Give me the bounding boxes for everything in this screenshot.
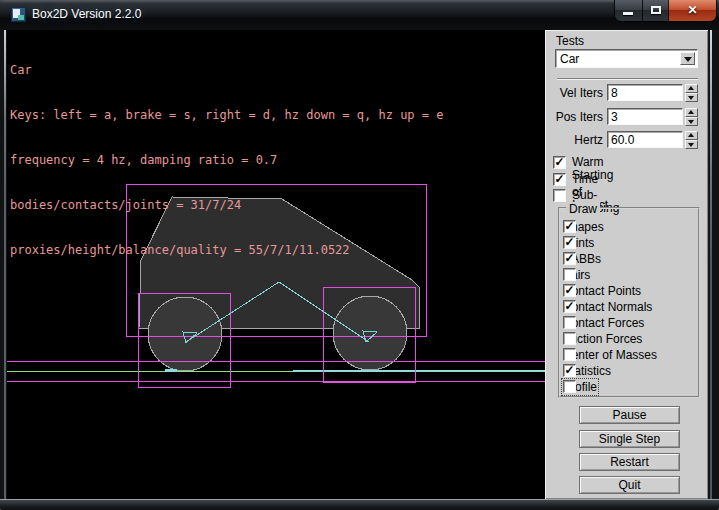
- simulation-canvas[interactable]: Car Keys: left = a, brake = s, right = d…: [7, 30, 545, 499]
- draw-aabbs-checkbox[interactable]: ✓: [563, 252, 576, 265]
- draw-statistics-row: ✓ Statistics: [563, 364, 693, 377]
- draw-friction-forces-row: Friction Forces: [563, 332, 693, 345]
- sub-stepping-checkbox[interactable]: [553, 189, 566, 202]
- window-border-bottom: [0, 499, 719, 510]
- draw-contact-normals-checkbox[interactable]: ✓: [563, 300, 576, 313]
- hud-frequency-line: frequency = 4 hz, damping ratio = 0.7: [10, 153, 443, 168]
- pos-iters-input[interactable]: [607, 108, 683, 125]
- maximize-icon: [651, 6, 661, 14]
- vel-iters-row: Vel Iters: [545, 84, 708, 102]
- draw-contact-points-row: ✓ Contact Points: [563, 284, 693, 297]
- draw-pairs-checkbox[interactable]: [563, 268, 576, 281]
- draw-friction-forces-checkbox[interactable]: [563, 332, 576, 345]
- window-border-left: [0, 30, 7, 499]
- draw-center-of-masses-row: Center of Masses: [563, 348, 693, 361]
- pos-iters-stepper: [685, 108, 698, 126]
- draw-statistics-checkbox[interactable]: ✓: [563, 364, 576, 377]
- vel-iters-label: Vel Iters: [545, 86, 603, 100]
- app-window: Box2D Version 2.2.0 ✕ Car Keys: left = a…: [0, 0, 719, 510]
- vel-iters-input[interactable]: [607, 84, 683, 101]
- pos-iters-row: Pos Iters: [545, 108, 708, 126]
- control-panel: Tests Car Vel Iters Pos Iters Hertz: [545, 30, 708, 499]
- draw-profile-row: Profile: [563, 380, 693, 393]
- app-icon[interactable]: [11, 7, 26, 22]
- hertz-input[interactable]: [607, 131, 683, 148]
- hertz-row: Hertz: [545, 131, 708, 149]
- draw-aabbs-row: ✓ AABBs: [563, 252, 693, 265]
- pause-button[interactable]: Pause: [579, 406, 680, 424]
- draw-contact-normals-row: ✓ Contact Normals: [563, 300, 693, 313]
- draw-contact-forces-checkbox[interactable]: [563, 316, 576, 329]
- window-border-right: [708, 30, 719, 499]
- warm-starting-checkbox[interactable]: ✓: [553, 156, 566, 169]
- spin-up-icon[interactable]: [685, 131, 698, 140]
- spin-up-icon[interactable]: [685, 84, 698, 93]
- hud-tree-line: proxies/height/balance/quality = 55/7/1/…: [10, 243, 443, 258]
- restart-button[interactable]: Restart: [579, 453, 680, 471]
- draw-shapes-row: ✓ Shapes: [563, 220, 693, 233]
- minimize-button[interactable]: [615, 0, 642, 21]
- hertz-stepper: [685, 131, 698, 149]
- close-button[interactable]: ✕: [668, 0, 716, 21]
- title-bar: Box2D Version 2.2.0 ✕: [0, 0, 719, 30]
- draw-pairs-row: Pairs: [563, 268, 693, 281]
- time-of-impact-checkbox[interactable]: ✓: [553, 173, 566, 186]
- hud-keys-line: Keys: left = a, brake = s, right = d, hz…: [10, 108, 443, 123]
- vel-iters-stepper: [685, 84, 698, 102]
- draw-contact-points-checkbox[interactable]: ✓: [563, 284, 576, 297]
- tests-dropdown-value: Car: [560, 52, 579, 66]
- pos-iters-label: Pos Iters: [545, 110, 603, 124]
- hud-test-name: Car: [10, 63, 443, 78]
- single-step-button[interactable]: Single Step: [579, 430, 680, 448]
- spin-up-icon[interactable]: [685, 108, 698, 117]
- draw-center-of-masses-label[interactable]: Center of Masses: [563, 348, 657, 362]
- window-title: Box2D Version 2.2.0: [32, 7, 141, 21]
- quit-button[interactable]: Quit: [579, 476, 680, 494]
- caption-buttons: ✕: [615, 0, 716, 21]
- spin-down-icon[interactable]: [685, 117, 698, 126]
- draw-group: Draw ✓ Shapes ✓ Joints ✓ AABBs Pairs: [558, 207, 700, 398]
- draw-shapes-checkbox[interactable]: ✓: [563, 220, 576, 233]
- draw-contact-normals-label[interactable]: Contact Normals: [563, 300, 652, 314]
- tests-label: Tests: [556, 34, 584, 48]
- draw-group-items: ✓ Shapes ✓ Joints ✓ AABBs Pairs ✓ Con: [563, 220, 693, 393]
- draw-center-of-masses-checkbox[interactable]: [563, 348, 576, 361]
- separator: [557, 78, 698, 80]
- chevron-down-icon[interactable]: [680, 52, 695, 65]
- spin-down-icon[interactable]: [685, 140, 698, 149]
- maximize-button[interactable]: [642, 0, 668, 21]
- close-icon: ✕: [669, 3, 716, 17]
- draw-contact-forces-row: Contact Forces: [563, 316, 693, 329]
- tests-dropdown[interactable]: Car: [555, 49, 698, 68]
- draw-joints-checkbox[interactable]: ✓: [563, 236, 576, 249]
- hud-stats-line: bodies/contacts/joints = 31/7/24: [10, 198, 443, 213]
- spin-down-icon[interactable]: [685, 93, 698, 102]
- hertz-label: Hertz: [545, 133, 603, 147]
- draw-group-title: Draw: [566, 202, 600, 216]
- minimize-icon: [623, 12, 633, 15]
- hud: Car Keys: left = a, brake = s, right = d…: [10, 33, 443, 288]
- draw-joints-row: ✓ Joints: [563, 236, 693, 249]
- draw-profile-checkbox[interactable]: [563, 380, 576, 393]
